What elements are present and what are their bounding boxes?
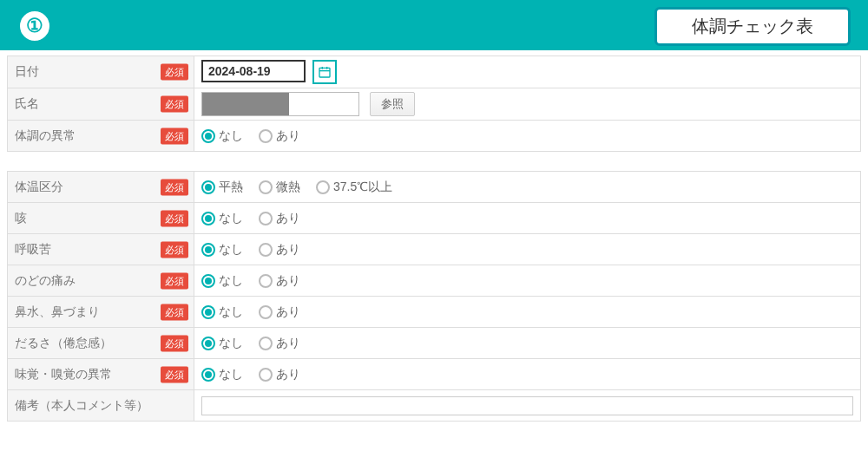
label-fatigue-text: だるさ（倦怠感） — [15, 336, 112, 351]
label-taste: 味覚・嗅覚の異常 必須 — [8, 359, 194, 390]
radio-icon — [259, 368, 273, 382]
value-date — [194, 56, 861, 88]
radio-label: あり — [276, 273, 300, 289]
reference-button[interactable]: 参照 — [370, 92, 415, 116]
label-cough-text: 咳 — [15, 211, 27, 226]
required-badge: 必須 — [161, 96, 188, 113]
value-fatigue: なし あり — [194, 328, 861, 359]
radio-icon — [259, 274, 273, 288]
form-area: 日付 必須 氏名 必須 — [0, 50, 868, 422]
radio-icon — [201, 337, 215, 350]
svg-rect-0 — [319, 69, 330, 78]
required-badge: 必須 — [161, 366, 188, 382]
value-abnormal: なし あり — [194, 121, 861, 152]
radio-fatigue-none[interactable]: なし — [201, 336, 243, 351]
radio-label: あり — [276, 367, 300, 382]
radio-icon — [201, 212, 215, 226]
radio-icon — [201, 129, 215, 143]
label-remarks-text: 備考（本人コメント等） — [15, 398, 148, 414]
value-temp: 平熱 微熱 37.5℃以上 — [194, 172, 861, 203]
label-breath-text: 呼吸苦 — [15, 242, 51, 258]
radio-temp-slight[interactable]: 微熱 — [259, 180, 300, 195]
value-cough: なし あり — [194, 203, 861, 234]
radio-group-fatigue: なし あり — [201, 336, 853, 351]
label-abnormal: 体調の異常 必須 — [8, 121, 194, 152]
label-throat-text: のどの痛み — [15, 273, 76, 289]
radio-breath-none[interactable]: なし — [201, 242, 243, 258]
remarks-input[interactable] — [201, 396, 853, 415]
radio-label: あり — [276, 128, 300, 144]
radio-label: 37.5℃以上 — [333, 180, 392, 195]
radio-taste-yes[interactable]: あり — [259, 367, 300, 382]
label-cough: 咳 必須 — [8, 203, 194, 234]
value-breath: なし あり — [194, 234, 861, 265]
radio-label: なし — [219, 128, 243, 144]
label-breath: 呼吸苦 必須 — [8, 234, 194, 265]
label-temp-text: 体温区分 — [15, 180, 63, 195]
radio-throat-yes[interactable]: あり — [259, 273, 300, 289]
required-badge: 必須 — [161, 64, 188, 81]
page-title: 体調チェック表 — [654, 7, 851, 46]
radio-abnormal-none[interactable]: なし — [201, 128, 243, 144]
label-date: 日付 必須 — [8, 56, 194, 88]
radio-icon — [201, 274, 215, 288]
required-badge: 必須 — [161, 179, 188, 195]
radio-label: なし — [219, 304, 243, 320]
radio-icon — [259, 305, 273, 319]
label-abnormal-text: 体調の異常 — [15, 128, 76, 144]
radio-icon — [259, 212, 273, 226]
date-input[interactable] — [201, 60, 306, 82]
radio-icon — [259, 243, 273, 257]
radio-icon — [259, 337, 273, 350]
radio-cough-none[interactable]: なし — [201, 211, 243, 226]
radio-cough-yes[interactable]: あり — [259, 211, 300, 226]
radio-nose-none[interactable]: なし — [201, 304, 243, 320]
radio-group-temp: 平熱 微熱 37.5℃以上 — [201, 180, 853, 195]
label-date-text: 日付 — [15, 64, 39, 80]
radio-icon — [201, 305, 215, 319]
radio-temp-normal[interactable]: 平熱 — [201, 180, 243, 195]
name-display — [201, 92, 359, 116]
radio-group-taste: なし あり — [201, 367, 853, 382]
name-redacted — [202, 93, 289, 115]
value-name: 参照 — [194, 88, 861, 121]
radio-icon — [201, 180, 215, 194]
radio-label: なし — [219, 367, 243, 382]
required-badge: 必須 — [161, 210, 188, 226]
label-name-text: 氏名 — [15, 96, 39, 112]
radio-throat-none[interactable]: なし — [201, 273, 243, 289]
value-nose: なし あり — [194, 297, 861, 328]
calendar-button[interactable] — [312, 60, 337, 84]
radio-label: なし — [219, 273, 243, 289]
label-throat: のどの痛み 必須 — [8, 265, 194, 297]
radio-label: 平熱 — [219, 180, 243, 195]
label-remarks: 備考（本人コメント等） — [8, 390, 194, 422]
radio-temp-high[interactable]: 37.5℃以上 — [316, 180, 392, 195]
radio-breath-yes[interactable]: あり — [259, 242, 300, 258]
radio-label: あり — [276, 211, 300, 226]
step-badge: ① — [17, 9, 52, 43]
required-badge: 必須 — [161, 304, 188, 320]
radio-group-abnormal: なし あり — [201, 128, 853, 144]
radio-label: なし — [219, 211, 243, 226]
required-badge: 必須 — [161, 241, 188, 258]
label-nose-text: 鼻水、鼻づまり — [15, 304, 100, 320]
radio-label: あり — [276, 242, 300, 258]
calendar-icon — [318, 65, 332, 79]
radio-abnormal-yes[interactable]: あり — [259, 128, 300, 144]
required-badge: 必須 — [161, 127, 188, 144]
label-fatigue: だるさ（倦怠感） 必須 — [8, 328, 194, 359]
value-throat: なし あり — [194, 265, 861, 297]
radio-icon — [259, 180, 273, 194]
form-table-top: 日付 必須 氏名 必須 — [7, 56, 861, 152]
radio-nose-yes[interactable]: あり — [259, 304, 300, 320]
label-nose: 鼻水、鼻づまり 必須 — [8, 297, 194, 328]
label-taste-text: 味覚・嗅覚の異常 — [15, 367, 112, 382]
radio-taste-none[interactable]: なし — [201, 367, 243, 382]
name-empty — [289, 93, 358, 115]
radio-label: なし — [219, 336, 243, 351]
radio-label: なし — [219, 242, 243, 258]
form-table-bottom: 体温区分 必須 平熱 微熱 37.5℃以上 咳 必須 なし あり — [7, 171, 861, 422]
radio-fatigue-yes[interactable]: あり — [259, 336, 300, 351]
label-temp: 体温区分 必須 — [8, 172, 194, 203]
